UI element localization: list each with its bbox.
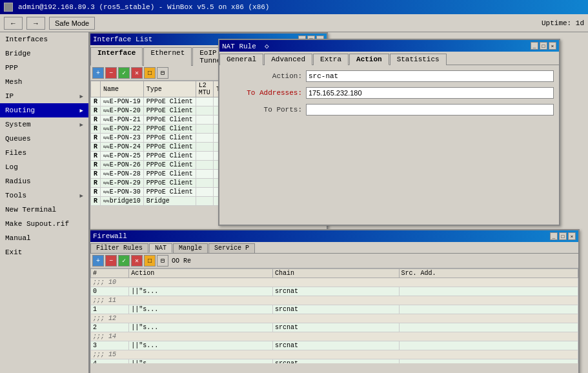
row-flag: R bbox=[91, 197, 101, 206]
fw-table-row[interactable]: 1 ||"s... srcnat bbox=[91, 305, 578, 314]
fw-col-chain: Chain bbox=[273, 269, 400, 278]
col-type[interactable]: Type bbox=[143, 81, 196, 97]
nat-minimize-button[interactable]: _ bbox=[531, 42, 538, 50]
col-l2mtu[interactable]: L2 MTU bbox=[196, 81, 213, 97]
sidebar-item-ppp[interactable]: PPP bbox=[0, 61, 88, 75]
safe-mode-button[interactable]: Safe Mode bbox=[49, 17, 95, 30]
tab-extra[interactable]: Extra bbox=[313, 54, 349, 65]
fw-table-row[interactable]: 3 ||"s... srcnat bbox=[91, 341, 578, 350]
fw-filter-button[interactable]: ⊟ bbox=[157, 255, 168, 267]
sidebar-item-bridge[interactable]: Bridge bbox=[0, 46, 88, 61]
sidebar-item-routing[interactable]: Routing ▶ bbox=[0, 103, 88, 117]
fw-table-row[interactable]: 0 ||"s... srcnat bbox=[91, 287, 578, 296]
fw-disable-button[interactable]: ✕ bbox=[131, 255, 143, 267]
fw-enable-button[interactable]: ✓ bbox=[118, 255, 130, 267]
sidebar-item-system[interactable]: System ▶ bbox=[0, 117, 88, 132]
row-name: ⇆⇆E-PON-20 bbox=[101, 106, 144, 116]
sidebar-label-bridge: Bridge bbox=[5, 50, 31, 57]
tab-ethernet[interactable]: Ethernet bbox=[143, 47, 192, 66]
sidebar-label-tools: Tools bbox=[5, 192, 26, 199]
sidebar-item-make-supout[interactable]: Make Supout.rif bbox=[0, 217, 88, 231]
row-name: ⇆⇆E-PON-22 bbox=[101, 125, 144, 134]
fw-table-row[interactable]: ;;; 15 bbox=[91, 350, 578, 359]
tab-action[interactable]: Action bbox=[349, 54, 389, 65]
tab-statistics[interactable]: Statistics bbox=[390, 54, 447, 65]
fw-table-row[interactable]: ;;; 10 bbox=[91, 278, 578, 287]
fw-row-src bbox=[399, 305, 578, 314]
sidebar-item-radius[interactable]: Radius bbox=[0, 174, 88, 188]
sidebar-label-new-terminal: New Terminal bbox=[5, 206, 56, 214]
fw-table-row[interactable]: ;;; 11 bbox=[91, 296, 578, 305]
main-layout: Interfaces Bridge PPP Mesh IP ▶ Routing … bbox=[0, 32, 588, 373]
remove-button[interactable]: − bbox=[105, 67, 117, 79]
forward-button[interactable]: → bbox=[26, 17, 45, 30]
add-button[interactable]: + bbox=[92, 67, 104, 79]
copy-button[interactable]: □ bbox=[144, 67, 156, 79]
row-flag: R bbox=[91, 143, 101, 152]
to-addresses-row: To Addresses: bbox=[219, 85, 559, 101]
uptime-label: Uptime: 1d bbox=[542, 19, 584, 27]
filter-button[interactable]: ⊟ bbox=[157, 67, 168, 79]
fw-row-num: 2 bbox=[91, 323, 129, 332]
sidebar-item-queues[interactable]: Queues bbox=[0, 132, 88, 146]
sidebar-label-exit: Exit bbox=[5, 248, 22, 256]
fw-remove-button[interactable]: − bbox=[105, 255, 117, 267]
fw-row-chain: srcnat bbox=[273, 323, 400, 332]
to-addresses-input[interactable] bbox=[306, 87, 554, 99]
row-l2mtu bbox=[196, 170, 213, 179]
row-type: PPPoE Client bbox=[143, 188, 196, 197]
nat-close-button[interactable]: × bbox=[549, 42, 556, 50]
action-value: src-nat bbox=[306, 70, 554, 82]
sidebar-item-exit[interactable]: Exit bbox=[0, 245, 88, 259]
fw-maximize-button[interactable]: □ bbox=[559, 232, 567, 240]
fw-row-chain: srcnat bbox=[273, 287, 400, 296]
tab-general[interactable]: General bbox=[219, 54, 263, 65]
sidebar-item-new-terminal[interactable]: New Terminal bbox=[0, 203, 88, 217]
sidebar-item-manual[interactable]: Manual bbox=[0, 231, 88, 245]
fw-row-action: ||"s... bbox=[129, 359, 273, 364]
row-name: ⇆⇆E-PON-19 bbox=[101, 97, 144, 106]
tab-advanced[interactable]: Advanced bbox=[264, 54, 312, 65]
disable-button[interactable]: ✕ bbox=[131, 67, 143, 79]
sidebar-item-ip[interactable]: IP ▶ bbox=[0, 89, 88, 103]
action-row: Action: src-nat bbox=[219, 68, 559, 85]
back-button[interactable]: ← bbox=[4, 17, 23, 30]
fw-row-chain: srcnat bbox=[273, 305, 400, 314]
row-l2mtu bbox=[196, 143, 213, 152]
app-icon bbox=[4, 3, 13, 12]
fw-row-chain: srcnat bbox=[273, 359, 400, 364]
sidebar-item-tools[interactable]: Tools ▶ bbox=[0, 188, 88, 203]
row-l2mtu bbox=[196, 97, 213, 106]
fw-table-row[interactable]: 4 ||"s... srcnat bbox=[91, 359, 578, 364]
fw-tab-nat[interactable]: NAT bbox=[149, 243, 172, 253]
sidebar-item-interfaces[interactable]: Interfaces bbox=[0, 32, 88, 46]
action-label: Action: bbox=[225, 72, 302, 80]
sidebar-item-mesh[interactable]: Mesh bbox=[0, 75, 88, 89]
fw-tab-filter[interactable]: Filter Rules bbox=[90, 243, 148, 253]
fw-table-row[interactable]: ;;; 12 bbox=[91, 314, 578, 323]
fw-copy-button[interactable]: □ bbox=[144, 255, 156, 267]
col-name[interactable]: Name bbox=[101, 81, 144, 97]
fw-panel-controls: _ □ × bbox=[550, 232, 576, 240]
sidebar-item-files[interactable]: Files bbox=[0, 146, 88, 160]
to-ports-input[interactable] bbox=[306, 104, 554, 116]
fw-close-button[interactable]: × bbox=[568, 232, 576, 240]
row-flag: R bbox=[91, 152, 101, 161]
nat-maximize-button[interactable]: □ bbox=[540, 42, 547, 50]
fw-tab-service[interactable]: Service P bbox=[208, 243, 255, 253]
fw-minimize-button[interactable]: _ bbox=[550, 232, 558, 240]
fw-add-button[interactable]: + bbox=[92, 255, 104, 267]
top-toolbar: ← → Safe Mode Uptime: 1d bbox=[0, 14, 588, 32]
fw-table-scroll[interactable]: # Action Chain Src. Add. ;;; 10 0 ||"s..… bbox=[90, 268, 578, 363]
row-l2mtu bbox=[196, 134, 213, 143]
fw-table-row[interactable]: 2 ||"s... srcnat bbox=[91, 323, 578, 332]
tab-interface[interactable]: Interface bbox=[90, 47, 143, 66]
sidebar-item-log[interactable]: Log bbox=[0, 160, 88, 174]
row-flag: R bbox=[91, 134, 101, 143]
enable-button[interactable]: ✓ bbox=[118, 67, 130, 79]
row-flag: R bbox=[91, 179, 101, 188]
ip-arrow-icon: ▶ bbox=[80, 93, 83, 100]
fw-tab-mangle[interactable]: Mangle bbox=[173, 243, 208, 253]
fw-table-row[interactable]: ;;; 14 bbox=[91, 332, 578, 341]
fw-row-src bbox=[399, 323, 578, 332]
